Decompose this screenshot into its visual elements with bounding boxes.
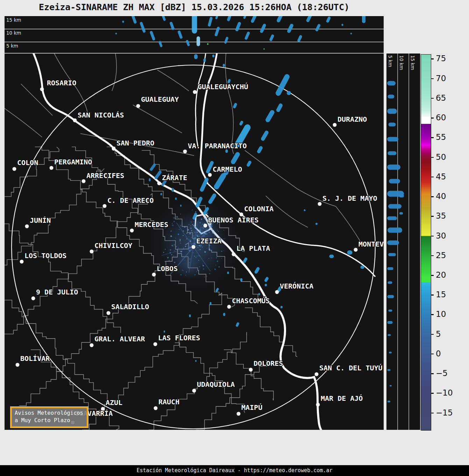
colorbar-tick-label: 25 (436, 251, 446, 260)
radar-echo (192, 16, 197, 34)
radar-echo (240, 278, 242, 282)
city-label: LOS TOLDOS (24, 251, 66, 260)
radar-echo (227, 272, 229, 274)
colorbar-tick-label: −10 (436, 388, 453, 397)
city-dot (192, 389, 196, 393)
radar-echo (388, 321, 393, 324)
city-dot (154, 406, 158, 410)
colorbar-tick-label: 45 (436, 172, 446, 181)
city-dot (136, 104, 140, 108)
city-dot (333, 123, 337, 127)
colorbar-tick-label: −15 (436, 408, 453, 417)
radar-map-plot: ROSARIOGUALEGUAYCHÚGUALEGUAYSAN NICOLÁSD… (5, 54, 384, 430)
city-label: ZÁRATE (162, 173, 187, 182)
city-dot (13, 167, 16, 171)
colorbar-tick (431, 118, 434, 119)
reflectivity-colorbar (421, 54, 431, 431)
warning-line2: a Muy Corto Plazo (15, 417, 84, 424)
city-dot (315, 372, 319, 376)
top-axis-label: 10 km (6, 30, 21, 36)
city-label: AZUL (106, 398, 122, 407)
city-dot (192, 245, 196, 249)
radar-echo (387, 241, 399, 245)
radar-echo (387, 109, 397, 114)
city-label: SAN NICOLÁS (78, 111, 124, 119)
city-label: ROSARIO (47, 79, 76, 87)
city-label: JUNÍN (30, 216, 51, 225)
colorbar-tick (431, 373, 434, 374)
city-label: SAN PEDRO (116, 139, 154, 147)
city-label: SALADILLO (111, 303, 149, 311)
colorbar-tick (431, 98, 434, 99)
colorbar-tick-label: 10 (436, 310, 446, 319)
city-label: ARRECIFES (86, 171, 124, 180)
radar-echo (161, 193, 162, 196)
city-dot (183, 150, 187, 154)
colorbar-tick-label: 70 (436, 74, 446, 83)
city-label: SAN C. DEL TUYÚ (319, 364, 383, 372)
colorbar-tick (431, 78, 434, 79)
city-label: UDAQUIOLA (197, 380, 235, 389)
city-label: LA PLATA (236, 244, 270, 253)
city-dot (90, 250, 94, 254)
colorbar-tick-label: 20 (436, 270, 446, 279)
radar-echo (212, 55, 214, 57)
city-dot (354, 248, 358, 252)
right-cross-section-plot (386, 54, 420, 430)
credit-bar: Estación Meteorológica Daireaux - https:… (0, 465, 469, 476)
colorbar-tick (431, 196, 434, 197)
radar-echo (388, 282, 392, 284)
city-dot (154, 342, 157, 346)
radar-echo (388, 204, 402, 209)
city-label: PERGAMINO (54, 158, 92, 166)
city-dot (232, 253, 236, 256)
top-axis-label: 5 km (6, 43, 18, 49)
radar-echo (122, 21, 124, 23)
city-dot (20, 260, 24, 264)
colorbar-tick (431, 334, 434, 335)
warning-box[interactable]: Avisos Meteorológicos a Muy Corto Plazo (10, 407, 88, 428)
city-dot (31, 297, 35, 300)
city-dot (227, 305, 231, 309)
city-dot (90, 343, 94, 347)
city-label: S. J. DE MAYO (322, 194, 377, 203)
radar-echo (207, 43, 208, 45)
radar-echo (388, 267, 393, 270)
colorbar-tick-label: 15 (436, 290, 446, 299)
radar-echo (388, 369, 391, 371)
city-label: C. DE ARECO (107, 196, 154, 205)
radar-echo (280, 306, 283, 308)
radar-echo (389, 352, 392, 354)
city-label: GRAL. ALVEAR (94, 335, 145, 343)
radar-echo (399, 194, 404, 198)
city-dot (249, 368, 253, 372)
city-dot (193, 90, 197, 94)
city-label: VA. PARANACITO (188, 142, 247, 150)
colorbar-tick-label: 5 (436, 329, 441, 339)
colorbar-tick (431, 58, 434, 59)
radar-echo (388, 334, 391, 336)
radar-echo (210, 302, 212, 305)
colorbar-tick-label: 50 (436, 152, 446, 162)
radar-echo (361, 266, 364, 269)
colorbar-tick (431, 294, 434, 296)
radar-echo (399, 212, 403, 215)
colorbar-tick (431, 314, 434, 315)
right-axis-label: 15 km (410, 55, 415, 70)
radar-echo (387, 81, 396, 86)
right-cross-section-panel: 5 km10 km15 km (386, 54, 420, 430)
radar-echo (304, 209, 306, 211)
colorbar-tick (431, 275, 434, 276)
radar-echo (388, 401, 390, 403)
radar-echo (175, 198, 177, 200)
city-label: COLON (17, 158, 38, 167)
radar-echo (342, 24, 343, 26)
colorbar-tick-label: 55 (436, 133, 446, 142)
city-label: LAS FLORES (158, 334, 200, 342)
city-label: DOLORES (254, 359, 283, 368)
radar-echo (389, 310, 392, 312)
radar-map-panel: ROSARIOGUALEGUAYCHÚGUALEGUAYSAN NICOLÁSD… (5, 54, 384, 430)
city-dot (82, 179, 86, 183)
colorbar-tick-label: −5 (436, 369, 448, 378)
city-dot (316, 403, 320, 407)
